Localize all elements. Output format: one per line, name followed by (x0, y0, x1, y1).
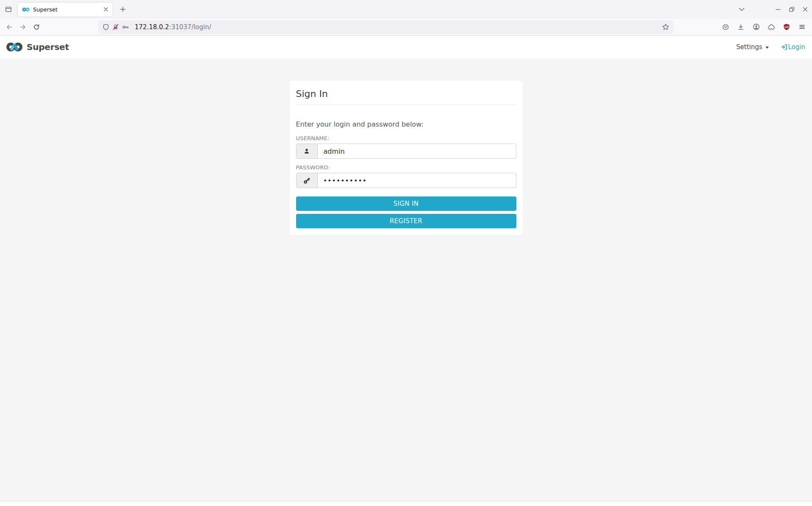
close-icon (803, 7, 808, 12)
puzzle-piece-icon (768, 24, 775, 30)
hamburger-menu-icon (799, 24, 805, 30)
minimize-button[interactable] (771, 3, 785, 16)
back-arrow-icon (6, 24, 13, 30)
reload-icon (33, 24, 40, 30)
minimize-icon (775, 6, 781, 12)
firefox-view-icon (5, 6, 12, 13)
bookmark-star-button[interactable] (662, 23, 669, 30)
navbar-right: Settings Login (736, 43, 805, 51)
browser-tab-superset[interactable]: Superset (18, 3, 113, 17)
downloads-button[interactable] (733, 21, 748, 33)
tab-close-button[interactable] (102, 5, 110, 14)
account-icon (753, 23, 760, 30)
url-path: :31037/login/ (169, 23, 211, 31)
url-host: 172.18.0.2 (135, 23, 169, 31)
download-icon (737, 24, 744, 30)
account-button[interactable] (748, 21, 764, 33)
extensions-button[interactable] (764, 21, 779, 33)
settings-label: Settings (736, 43, 762, 51)
user-icon (297, 144, 318, 158)
sign-in-card: Sign In Enter your login and password be… (290, 81, 523, 235)
url-bar[interactable]: 172.18.0.2:31037/login/ (98, 20, 673, 34)
restore-icon (789, 6, 795, 12)
plus-icon (120, 6, 126, 12)
username-input-group (296, 144, 516, 159)
application-menu-button[interactable] (794, 21, 809, 33)
page-footer (0, 501, 812, 506)
tab-title: Superset (33, 6, 98, 13)
tracking-protection-shield-icon[interactable] (103, 24, 109, 30)
restore-window-button[interactable] (785, 3, 798, 16)
sign-in-icon (781, 44, 787, 50)
card-description: Enter your login and password below: (296, 120, 516, 128)
insecure-connection-icon[interactable] (112, 24, 119, 30)
pocket-button[interactable] (718, 21, 733, 33)
new-tab-button[interactable] (116, 3, 130, 16)
settings-menu[interactable]: Settings (736, 43, 769, 51)
superset-brand[interactable]: Superset (6, 42, 69, 52)
close-window-button[interactable] (798, 3, 812, 16)
superset-logo-icon (6, 42, 23, 52)
ublock-origin-button[interactable]: uO (779, 21, 794, 33)
password-label: PASSWORD: (296, 164, 516, 171)
browser-window: Superset (0, 0, 812, 506)
pocket-icon (722, 24, 729, 30)
tab-bar: Superset (0, 0, 812, 19)
reload-button[interactable] (30, 21, 43, 33)
forward-button[interactable] (16, 21, 30, 33)
ublock-origin-icon: uO (783, 23, 790, 31)
login-label: Login (788, 43, 805, 51)
password-input-group (296, 173, 516, 188)
saved-login-key-icon[interactable] (122, 24, 129, 30)
navigation-toolbar: 172.18.0.2:31037/login/ (0, 19, 812, 36)
brand-name: Superset (27, 42, 69, 52)
toolbar-extensions-area: uO (718, 21, 809, 33)
card-title: Sign In (296, 88, 516, 99)
password-input[interactable] (318, 173, 516, 188)
list-all-tabs-button[interactable] (735, 3, 748, 16)
url-text[interactable]: 172.18.0.2:31037/login/ (135, 23, 659, 31)
superset-favicon (22, 7, 30, 12)
firefox-view-button[interactable] (2, 3, 15, 16)
svg-text:uO: uO (784, 25, 789, 28)
sign-in-button[interactable]: SIGN IN (296, 196, 516, 211)
register-button[interactable]: REGISTER (296, 214, 516, 228)
username-input[interactable] (318, 144, 516, 158)
key-icon (297, 173, 318, 188)
back-button[interactable] (3, 21, 16, 33)
forward-arrow-icon (19, 24, 26, 30)
caret-down-icon (765, 47, 769, 49)
superset-navbar: Superset Settings Login (0, 36, 812, 58)
card-body: Enter your login and password below: USE… (296, 105, 516, 228)
login-link[interactable]: Login (781, 43, 805, 51)
username-label: USERNAME: (296, 135, 516, 141)
chevron-down-icon (739, 8, 745, 11)
page-content: Sign In Enter your login and password be… (0, 58, 812, 501)
